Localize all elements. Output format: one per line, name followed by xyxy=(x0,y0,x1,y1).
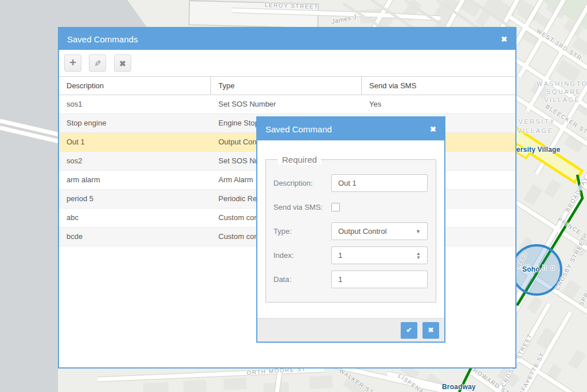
cell-type: Set SOS Number xyxy=(211,95,362,113)
close-icon[interactable]: ✖ xyxy=(430,125,436,134)
description-field[interactable] xyxy=(331,174,428,192)
saved-commands-dialog-header: Saved Commands ✖ xyxy=(59,28,515,50)
fieldset-legend: Required xyxy=(278,155,321,164)
cell-description: Out 1 xyxy=(59,133,211,151)
delete-button[interactable]: ✖ xyxy=(114,54,131,72)
saved-command-dialog-header: Saved Command ✖ xyxy=(257,117,444,140)
map-label: Broadway xyxy=(442,383,476,391)
check-icon: ✔ xyxy=(406,326,412,334)
add-button[interactable]: + xyxy=(64,54,81,72)
column-header[interactable]: Send via SMS xyxy=(362,77,515,95)
type-select-value: Output Control xyxy=(338,227,416,236)
plus-icon: + xyxy=(69,56,76,69)
map-label: Soho xyxy=(522,265,540,273)
chevron-down-icon: ▼ xyxy=(416,229,421,234)
type-label: Type: xyxy=(273,227,331,236)
type-select[interactable]: Output Control ▼ xyxy=(331,222,428,240)
cell-description: sos1 xyxy=(59,95,211,113)
column-header[interactable]: Description xyxy=(59,77,211,95)
pencil-icon: ✏ xyxy=(92,58,104,69)
sms-checkbox[interactable] xyxy=(331,203,340,211)
cell-description: period 5 xyxy=(59,190,211,208)
index-label: Index: xyxy=(273,251,331,260)
stepper-down-icon[interactable]: ▼ xyxy=(416,256,421,260)
cell-description: Stop engine xyxy=(59,114,211,132)
dialog-title: Saved Command xyxy=(265,124,430,134)
index-stepper-value: 1 xyxy=(338,251,416,260)
sms-label: Send via SMS: xyxy=(273,203,331,211)
table-header: DescriptionTypeSend via SMS xyxy=(59,76,515,95)
dialog-title: Saved Commands xyxy=(67,34,501,44)
toolbar: + ✏ ✖ xyxy=(59,50,515,76)
data-field[interactable] xyxy=(331,271,428,288)
required-fieldset: Required Description: Send via SMS: Type… xyxy=(265,155,436,303)
cell-description: sos2 xyxy=(59,152,211,170)
map-label: VILLAGE xyxy=(517,127,553,134)
cell-description: abc xyxy=(59,209,211,227)
close-icon[interactable]: ✖ xyxy=(501,35,507,44)
index-stepper[interactable]: 1 ▲▼ xyxy=(331,246,428,264)
map-label: VILLAGE xyxy=(544,96,580,103)
confirm-button[interactable]: ✔ xyxy=(401,322,417,339)
cell-description: arm alarm xyxy=(59,171,211,189)
map-label: SQUARE xyxy=(546,88,581,95)
description-label: Description: xyxy=(273,179,331,187)
column-header[interactable]: Type xyxy=(211,77,362,95)
cancel-button[interactable]: ✖ xyxy=(422,322,439,339)
cell-description: bcde xyxy=(59,228,211,246)
saved-command-dialog: Saved Command ✖ Required Description: Se… xyxy=(256,116,445,343)
cell-send_via_sms: Yes xyxy=(362,95,515,113)
close-icon: ✖ xyxy=(428,326,433,334)
map-label: WASHINGTON xyxy=(537,80,587,87)
delete-icon: ✖ xyxy=(119,59,126,68)
data-label: Data: xyxy=(273,275,331,284)
saved-command-dialog-footer: ✔ ✖ xyxy=(257,318,444,342)
table-row[interactable]: sos1Set SOS NumberYes xyxy=(59,95,515,114)
edit-button[interactable]: ✏ xyxy=(89,54,106,72)
